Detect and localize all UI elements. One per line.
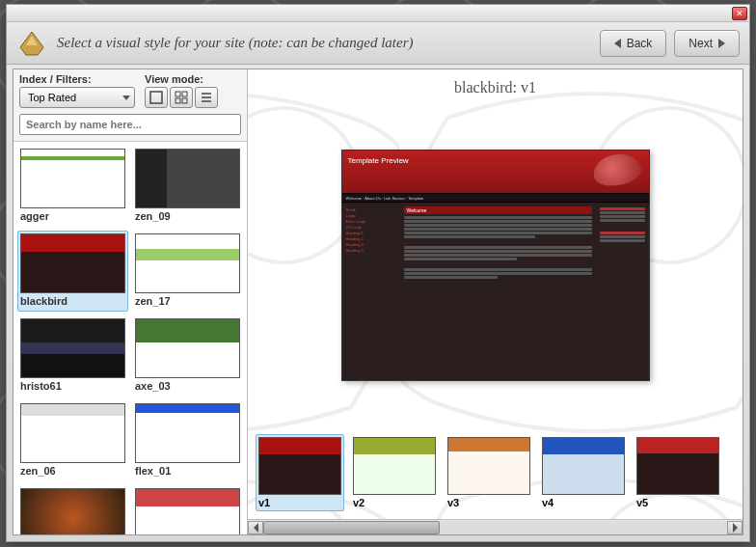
scroll-right-button[interactable] (727, 521, 742, 534)
variant-v5[interactable]: v5 (634, 434, 722, 511)
leaf-icon (590, 150, 643, 189)
titlebar: ✕ (7, 5, 749, 22)
dialog-window: ✕ Select a visual style for your site (n… (6, 4, 750, 542)
grid-view-icon (175, 91, 188, 104)
thumb-label: axe_03 (135, 378, 240, 394)
next-button-label: Next (688, 37, 713, 50)
page-title: Select a visual style for your site (not… (57, 35, 592, 51)
thumb-label: zen_17 (135, 293, 240, 309)
variant-image (353, 437, 436, 495)
variant-v2[interactable]: v2 (350, 434, 439, 511)
variant-v3[interactable]: v3 (445, 434, 533, 511)
next-button[interactable]: Next (674, 30, 740, 57)
svg-rect-5 (176, 98, 180, 103)
preview-banner: Template Preview (342, 150, 649, 193)
svg-rect-4 (182, 92, 187, 96)
variant-row: v1 v2 v3 v4 v5 (248, 430, 742, 519)
back-button-label: Back (627, 37, 653, 50)
variant-v1[interactable]: v1 (256, 434, 344, 511)
viewmode-grid-button[interactable] (170, 87, 193, 108)
thumb-label: zen_06 (20, 463, 125, 479)
app-logo-icon (16, 28, 47, 59)
preview-banner-text: Template Preview (348, 156, 409, 165)
close-button[interactable]: ✕ (732, 7, 747, 20)
variant-label: v5 (636, 495, 719, 508)
search-input[interactable] (19, 114, 241, 135)
preview-side-item: XX Large (346, 225, 396, 230)
svg-rect-6 (182, 98, 187, 103)
variant-image (258, 437, 341, 495)
template-thumb-zen_06[interactable]: zen_06 (17, 400, 128, 481)
preview-content: Welcome (400, 203, 596, 380)
main-panel: blackbird: v1 Template Preview Welcome ·… (248, 69, 742, 534)
list-view-icon (200, 91, 213, 104)
svg-rect-3 (176, 92, 180, 96)
thumb-image (135, 403, 240, 463)
variant-label: v4 (542, 495, 625, 508)
template-thumb-flex_01[interactable]: flex_01 (132, 400, 243, 481)
thumb-image (135, 488, 240, 534)
preview-side-item: Extra Large (346, 219, 396, 224)
variant-v4[interactable]: v4 (539, 434, 628, 511)
preview-area: Template Preview Welcome · About Us · Li… (248, 100, 742, 430)
template-thumb-hristo61[interactable]: hristo61 (17, 315, 128, 397)
arrow-left-icon (254, 523, 258, 533)
header: Select a visual style for your site (not… (7, 22, 749, 65)
back-button[interactable]: Back (600, 30, 667, 57)
template-thumb-zen_09[interactable]: zen_09 (132, 146, 243, 227)
scroll-track[interactable] (263, 521, 727, 534)
filters-row: Index / Filters: Top Rated View mode: (14, 69, 247, 114)
filter-dropdown[interactable]: Top Rated (19, 87, 135, 108)
preview-title: blackbird: v1 (248, 69, 742, 100)
arrow-right-icon (733, 523, 738, 533)
thumb-image (20, 149, 125, 208)
viewmode-list-button[interactable] (195, 87, 218, 108)
chevron-down-icon (122, 96, 130, 100)
variant-label: v2 (353, 495, 436, 508)
preview-welcome-label: Welcome (404, 206, 592, 214)
svg-rect-2 (150, 92, 162, 103)
scroll-left-button[interactable] (248, 521, 263, 534)
variant-image (447, 437, 530, 495)
variant-label: v1 (258, 495, 341, 508)
preview-side-item: Large (346, 213, 396, 218)
preview-side-item: Heading 3 (346, 242, 396, 247)
thumb-label: flex_01 (135, 463, 240, 479)
viewmode-single-button[interactable] (145, 87, 168, 108)
filters-label: Index / Filters: (19, 73, 135, 85)
template-preview: Template Preview Welcome · About Us · Li… (341, 150, 650, 381)
preview-side-item: Small (346, 207, 396, 212)
preview-side-item: Heading 1 (346, 231, 396, 235)
arrow-left-icon (614, 39, 621, 48)
preview-nav: Welcome · About Us · Link Section · Temp… (342, 193, 649, 203)
thumb-image (20, 233, 125, 293)
preview-side-item: Heading 4 (346, 248, 396, 253)
thumb-label: blackbird (20, 293, 125, 309)
thumb-image (20, 403, 125, 463)
body: Index / Filters: Top Rated View mode: (13, 68, 743, 535)
variant-image (542, 437, 625, 495)
template-thumb-idx8[interactable] (17, 485, 128, 534)
template-thumb-zen_17[interactable]: zen_17 (132, 231, 243, 312)
template-thumb-axe_03[interactable]: axe_03 (132, 315, 243, 397)
template-thumb-agger[interactable]: agger (17, 146, 128, 227)
preview-sidebar: SmallLargeExtra LargeXX LargeHeading 1He… (342, 203, 400, 380)
variant-label: v3 (447, 495, 530, 508)
preview-side-item: Heading 2 (346, 236, 396, 241)
arrow-right-icon (718, 39, 725, 48)
filter-dropdown-value: Top Rated (28, 92, 76, 103)
single-view-icon (149, 91, 163, 104)
template-list[interactable]: agger zen_09 blackbird zen_17 hristo61 a… (14, 141, 247, 534)
thumb-label: zen_09 (135, 208, 240, 224)
variant-image (636, 437, 719, 495)
horizontal-scrollbar[interactable] (248, 519, 742, 534)
template-thumb-idx9[interactable] (132, 485, 243, 534)
thumb-label: hristo61 (20, 378, 125, 394)
scroll-thumb[interactable] (263, 521, 440, 534)
thumb-image (20, 318, 125, 378)
thumb-image (135, 233, 240, 293)
template-thumb-blackbird[interactable]: blackbird (17, 231, 128, 312)
thumb-image (135, 149, 240, 208)
thumb-image (135, 318, 240, 378)
thumb-image (20, 488, 125, 534)
